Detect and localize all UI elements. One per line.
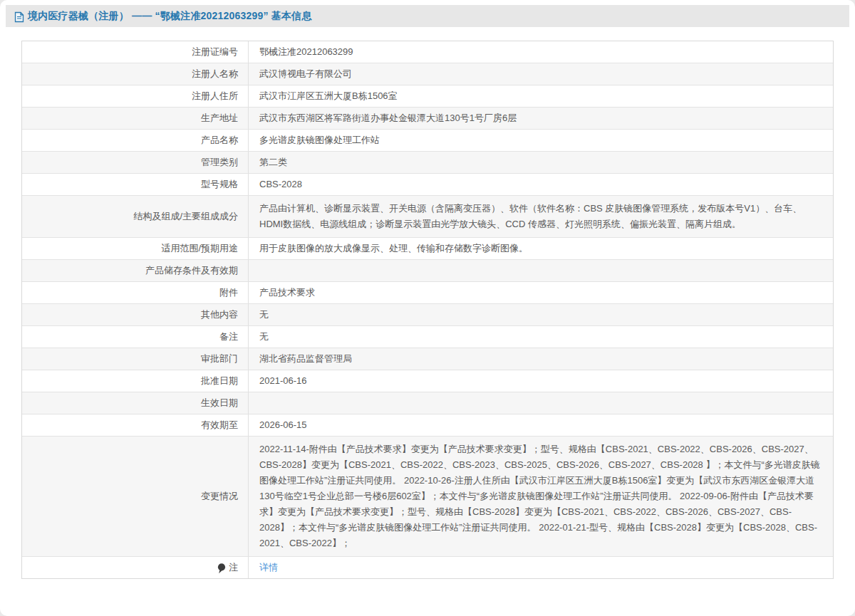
table-row: 有效期至 2026-06-15: [22, 414, 833, 436]
row-value-text: 鄂械注准20212063299: [259, 46, 353, 58]
row-label: 管理类别: [22, 152, 249, 173]
table-row: 注册人住所 武汉市江岸区五洲大厦B栋1506室: [22, 85, 833, 107]
row-label-text: 产品名称: [201, 135, 238, 146]
page-header: 境内医疗器械（注册） —— “鄂械注准20212063299” 基本信息: [6, 5, 849, 27]
row-value-text: 产品由计算机、诊断显示装置、开关电源（含隔离变压器）、软件（软件名称：CBS 皮…: [259, 201, 822, 232]
row-label: 适用范围/预期用途: [22, 238, 249, 259]
table-row: 注册证编号 鄂械注准20212063299: [22, 41, 833, 63]
row-label-text: 注册人名称: [192, 68, 238, 80]
table-row: 生效日期: [22, 392, 833, 414]
row-value: 武汉博视电子有限公司: [249, 63, 833, 85]
row-value-text: 武汉市江岸区五洲大厦B栋1506室: [259, 90, 398, 102]
row-label-text: 有效期至: [201, 419, 238, 431]
row-label: 审批部门: [22, 348, 249, 370]
row-value: 2026-06-15: [249, 414, 833, 436]
details-link[interactable]: 详情: [259, 562, 278, 573]
table-row: 其他内容 无: [22, 303, 833, 325]
row-label-text: 注册证编号: [192, 46, 238, 58]
row-value-text: 湖北省药品监督管理局: [259, 353, 352, 365]
row-label: 变更情况: [22, 437, 249, 556]
row-value-text: 用于皮肤图像的放大成像显示、处理、传输和存储数字诊断图像。: [259, 243, 528, 254]
row-label: 备注: [22, 326, 249, 348]
row-value-text: 无: [259, 309, 269, 320]
row-label: 生效日期: [22, 392, 249, 414]
table-row: 管理类别 第二类: [22, 151, 833, 173]
table-row: 适用范围/预期用途 用于皮肤图像的放大成像显示、处理、传输和存储数字诊断图像。: [22, 237, 833, 259]
row-value: 无: [249, 326, 833, 348]
row-value-text: 武汉博视电子有限公司: [259, 68, 352, 80]
row-label-text: 审批部门: [201, 353, 238, 365]
row-label: 产品名称: [22, 130, 249, 151]
row-value: 2021-06-16: [249, 370, 833, 392]
row-value-text: CBS-2028: [259, 179, 302, 190]
row-value: 武汉市东西湖区将军路街道办事处金银潭大道130号1号厂房6层: [249, 108, 833, 129]
row-value: 武汉市江岸区五洲大厦B栋1506室: [249, 85, 833, 107]
table-row: 注册人名称 武汉博视电子有限公司: [22, 63, 833, 85]
table-row: 产品名称 多光谱皮肤镜图像处理工作站: [22, 129, 833, 151]
row-value-text: 2026-06-15: [259, 419, 307, 431]
row-value: 2022-11-14-附件由【产品技术要求】变更为【产品技术要求变更】；型号、规…: [249, 437, 833, 556]
row-label-text: 附件: [219, 287, 238, 298]
registration-detail-page: 境内医疗器械（注册） —— “鄂械注准20212063299” 基本信息 注册证…: [0, 0, 855, 616]
row-label-text: 结构及组成/主要组成成分: [133, 211, 238, 222]
row-value-text: 2021-06-16: [259, 375, 307, 387]
table-row: 附件 产品技术要求: [22, 281, 833, 303]
table-row: 备注 无: [22, 325, 833, 348]
document-icon: [14, 11, 24, 23]
table-row: 批准日期 2021-06-16: [22, 370, 833, 392]
row-value-text: 无: [259, 331, 269, 343]
row-value: 用于皮肤图像的放大成像显示、处理、传输和存储数字诊断图像。: [249, 238, 833, 259]
row-value: [249, 260, 833, 281]
row-label-text: 生效日期: [201, 397, 238, 409]
row-label-text: 注: [229, 562, 238, 573]
row-value-text: 多光谱皮肤镜图像处理工作站: [259, 135, 380, 146]
table-row: 产品储存条件及有效期: [22, 259, 833, 281]
table-row: 审批部门 湖北省药品监督管理局: [22, 348, 833, 370]
table-row: 变更情况 2022-11-14-附件由【产品技术要求】变更为【产品技术要求变更】…: [22, 436, 833, 556]
row-label-text: 变更情况: [201, 491, 238, 502]
row-value-text: 2022-11-14-附件由【产品技术要求】变更为【产品技术要求变更】；型号、规…: [259, 442, 822, 551]
row-value-text: 武汉市东西湖区将军路街道办事处金银潭大道130号1号厂房6层: [259, 113, 517, 124]
row-value: 多光谱皮肤镜图像处理工作站: [249, 130, 833, 151]
row-label: 产品储存条件及有效期: [22, 260, 249, 281]
row-label: 注册证编号: [22, 41, 249, 63]
row-label: 注: [22, 557, 249, 578]
table-row: 结构及组成/主要组成成分 产品由计算机、诊断显示装置、开关电源（含隔离变压器）、…: [22, 195, 833, 237]
row-value: CBS-2028: [249, 174, 833, 195]
row-label-text: 生产地址: [201, 113, 238, 124]
row-value: 产品技术要求: [249, 282, 833, 303]
row-label: 结构及组成/主要组成成分: [22, 196, 249, 237]
row-label: 批准日期: [22, 370, 249, 392]
row-label: 注册人住所: [22, 85, 249, 107]
row-value: 详情: [249, 557, 833, 578]
note-pin-icon: [217, 563, 226, 574]
row-label-text: 产品储存条件及有效期: [145, 265, 238, 276]
row-label: 型号规格: [22, 174, 249, 195]
row-label: 其他内容: [22, 304, 249, 325]
row-label-text: 备注: [219, 331, 238, 343]
row-label-text: 批准日期: [201, 375, 238, 387]
row-value: 产品由计算机、诊断显示装置、开关电源（含隔离变压器）、软件（软件名称：CBS 皮…: [249, 196, 833, 237]
row-value: 无: [249, 304, 833, 325]
row-label-text: 注册人住所: [192, 90, 238, 102]
row-label-text: 型号规格: [201, 179, 238, 190]
row-value-text: 产品技术要求: [259, 287, 315, 298]
row-label: 有效期至: [22, 414, 249, 436]
row-label: 注册人名称: [22, 63, 249, 85]
row-label-text: 管理类别: [201, 157, 238, 168]
row-value-text: 第二类: [259, 157, 287, 168]
row-label: 生产地址: [22, 108, 249, 129]
page-title: 境内医疗器械（注册） —— “鄂械注准20212063299” 基本信息: [28, 10, 312, 23]
row-value: [249, 392, 833, 414]
row-value: 湖北省药品监督管理局: [249, 348, 833, 370]
table-row: 型号规格 CBS-2028: [22, 173, 833, 195]
row-label-text: 适用范围/预期用途: [161, 243, 238, 254]
table-row: 注 详情: [22, 556, 833, 578]
row-value: 第二类: [249, 152, 833, 173]
row-label: 附件: [22, 282, 249, 303]
info-table: 注册证编号 鄂械注准20212063299 注册人名称 武汉博视电子有限公司: [21, 41, 834, 579]
row-label-text: 其他内容: [201, 309, 238, 320]
table-row: 生产地址 武汉市东西湖区将军路街道办事处金银潭大道130号1号厂房6层: [22, 107, 833, 129]
row-value: 鄂械注准20212063299: [249, 41, 833, 63]
